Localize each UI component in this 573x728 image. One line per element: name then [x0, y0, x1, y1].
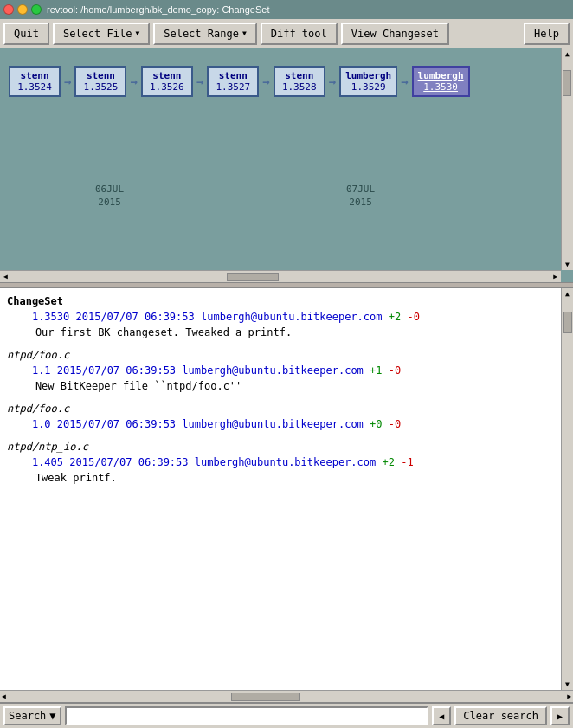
window-title: revtool: /home/lumbergh/bk_demo_copy: Ch… — [47, 4, 269, 15]
node-author: stenn — [213, 70, 253, 81]
hscroll-left[interactable]: ◀ — [2, 271, 10, 282]
log-hscroll-left[interactable]: ◀ — [2, 693, 6, 700]
searchbar: Search ▼ ◀ Clear search ▶ — [0, 702, 573, 728]
node-1.3529[interactable]: lumbergh 1.3529 — [339, 66, 397, 97]
f0-plus: +0 — [370, 418, 382, 430]
hscroll-track[interactable] — [11, 271, 550, 282]
search-input[interactable] — [65, 706, 429, 725]
node-author: lumbergh — [345, 70, 391, 81]
file-foo-0: ntpd/foo.c — [7, 403, 69, 415]
diff-tool-button[interactable]: Diff tool — [261, 23, 338, 45]
f0-date: 2015/07/07 06:39:53 lumbergh@ubuntu.bitk… — [57, 418, 370, 430]
view-changeset-button[interactable]: View Changeset — [341, 23, 449, 45]
nio-rev: 1.405 — [32, 456, 63, 468]
f1-plus: +1 — [370, 364, 382, 377]
vscroll-down[interactable]: ▼ — [563, 259, 571, 270]
vscroll-thumb[interactable] — [563, 70, 571, 96]
node-1.3525[interactable]: stenn 1.3525 — [74, 66, 126, 97]
date-label-2: 07JUL2015 — [346, 183, 375, 209]
graph-area: stenn 1.3524 → stenn 1.3525 → stenn 1.35… — [0, 48, 573, 282]
nodes-container: stenn 1.3524 → stenn 1.3525 → stenn 1.35… — [9, 66, 470, 97]
file-foo-1: ntpd/foo.c — [7, 349, 69, 361]
node-1.3528[interactable]: stenn 1.3528 — [274, 66, 325, 97]
log-hscroll-thumb[interactable] — [231, 693, 300, 701]
select-range-arrow: ▼ — [242, 29, 247, 37]
quit-button[interactable]: Quit — [3, 23, 49, 45]
select-file-button[interactable]: Select File ▼ — [53, 23, 150, 45]
arrow-3: → — [196, 74, 203, 88]
node-1.3526[interactable]: stenn 1.3526 — [141, 66, 193, 97]
node-rev: 1.3527 — [213, 81, 253, 93]
search-prev-icon: ◀ — [439, 712, 444, 721]
node-author: lumbergh — [418, 70, 464, 81]
log-vscroll-thumb[interactable] — [563, 312, 572, 333]
log-content[interactable]: ChangeSet 1.3530 2015/07/07 06:39:53 lum… — [0, 288, 561, 690]
node-1.3527[interactable]: stenn 1.3527 — [207, 66, 259, 97]
node-1.3530[interactable]: lumbergh 1.3530 — [412, 66, 470, 97]
log-vscroll-track[interactable] — [562, 300, 573, 679]
changeset-title: ChangeSet — [7, 295, 63, 307]
cs-date: 2015/07/07 06:39:53 lumbergh@ubuntu.bitk… — [76, 311, 389, 323]
f0-minus: -0 — [389, 418, 401, 430]
node-author: stenn — [280, 70, 319, 81]
log-section-ntp-io: ntpd/ntp_io.c 1.405 2015/07/07 06:39:53 … — [7, 439, 554, 486]
node-rev: 1.3529 — [345, 81, 391, 93]
search-dropdown-arrow: ▼ — [49, 710, 55, 722]
foo-1-meta: 1.1 2015/07/07 06:39:53 lumbergh@ubuntu.… — [7, 364, 401, 377]
log-section-changeset: ChangeSet 1.3530 2015/07/07 06:39:53 lum… — [7, 293, 554, 340]
log-hscroll[interactable]: ◀ ▶ — [0, 690, 573, 702]
ntp-io-meta: 1.405 2015/07/07 06:39:53 lumbergh@ubunt… — [7, 456, 414, 468]
node-rev: 1.3530 — [418, 81, 464, 93]
log-blank-3 — [7, 432, 554, 439]
node-rev: 1.3526 — [147, 81, 187, 93]
maximize-button[interactable] — [31, 4, 42, 15]
nio-plus: +2 — [383, 456, 395, 468]
nio-date: 2015/07/07 06:39:53 lumbergh@ubuntu.bitk… — [69, 456, 382, 468]
search-dropdown[interactable]: Search ▼ — [3, 706, 61, 725]
arrow-1: → — [64, 74, 71, 88]
search-dropdown-label: Search — [9, 710, 46, 722]
log-hscroll-right[interactable]: ▶ — [567, 693, 571, 700]
log-section-foo-1: ntpd/foo.c 1.1 2015/07/07 06:39:53 lumbe… — [7, 347, 554, 394]
vscroll-track[interactable] — [562, 60, 573, 259]
log-vscroll[interactable]: ▲ ▼ — [561, 288, 573, 690]
minimize-button[interactable] — [17, 4, 28, 15]
search-next-button[interactable]: ▶ — [550, 706, 570, 725]
node-rev: 1.3525 — [80, 81, 120, 93]
date-label-1: 06JUL2015 — [95, 183, 124, 209]
arrow-2: → — [130, 74, 137, 88]
arrow-5: → — [329, 74, 336, 88]
clear-search-button[interactable]: Clear search — [454, 706, 547, 725]
search-next-icon: ▶ — [557, 712, 563, 721]
f1-rev: 1.1 — [32, 364, 51, 377]
arrow-6: → — [401, 74, 408, 88]
search-prev-button[interactable]: ◀ — [432, 706, 451, 725]
help-button[interactable]: Help — [524, 23, 570, 45]
titlebar: revtool: /home/lumbergh/bk_demo_copy: Ch… — [0, 0, 573, 19]
arrow-4: → — [262, 74, 269, 88]
node-author: stenn — [15, 70, 55, 81]
log-hscroll-track[interactable] — [8, 691, 565, 702]
cs-message: Our first BK changeset. Tweaked a printf… — [10, 326, 292, 338]
log-vscroll-down[interactable]: ▼ — [562, 679, 573, 690]
node-1.3524[interactable]: stenn 1.3524 — [9, 66, 61, 97]
graph-hscroll[interactable]: ◀ ▶ — [0, 270, 561, 282]
log-area: ChangeSet 1.3530 2015/07/07 06:39:53 lum… — [0, 287, 573, 690]
log-blank-2 — [7, 394, 554, 401]
vscroll-up[interactable]: ▲ — [563, 48, 571, 60]
foo-0-meta: 1.0 2015/07/07 06:39:53 lumbergh@ubuntu.… — [7, 418, 401, 430]
node-rev: 1.3528 — [280, 81, 319, 93]
graph-vscroll[interactable]: ▲ ▼ — [561, 48, 573, 270]
node-author: stenn — [80, 70, 120, 81]
cs-minus: -0 — [407, 311, 419, 323]
close-button[interactable] — [3, 4, 14, 15]
f1-date: 2015/07/07 06:39:53 lumbergh@ubuntu.bitk… — [57, 364, 370, 377]
select-range-button[interactable]: Select Range ▼ — [153, 23, 257, 45]
node-author: stenn — [147, 70, 187, 81]
nio-message: Tweak printf. — [10, 472, 117, 484]
window-controls — [3, 4, 42, 15]
node-rev: 1.3524 — [15, 81, 55, 93]
hscroll-right[interactable]: ▶ — [551, 271, 559, 282]
hscroll-thumb[interactable] — [227, 273, 279, 281]
log-vscroll-up[interactable]: ▲ — [562, 288, 573, 300]
